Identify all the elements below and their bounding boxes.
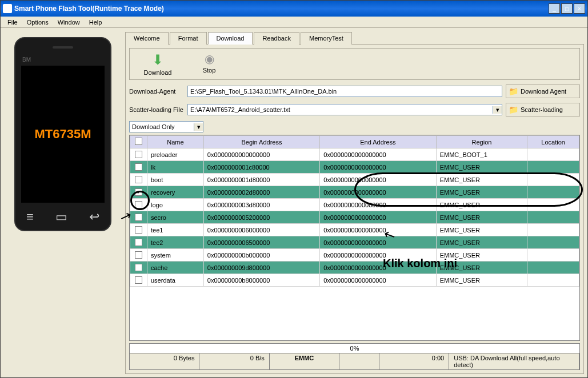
cell-loc[interactable] — [527, 249, 579, 262]
cell-region: EMMC_USER — [436, 262, 527, 274]
cell-begin: 0x0000000006000000 — [203, 224, 319, 236]
col-location[interactable]: Location — [527, 136, 579, 148]
chevron-down-icon[interactable]: ▾ — [493, 106, 502, 114]
row-checkbox[interactable] — [135, 239, 142, 246]
status-time: 0:00 — [379, 353, 449, 369]
select-all-checkbox[interactable] — [135, 138, 142, 145]
row-checkbox[interactable] — [135, 276, 142, 284]
da-browse-button[interactable]: 📁 Download Agent — [506, 85, 580, 98]
download-mode-value: Download Only — [130, 123, 194, 130]
tab-format[interactable]: Format — [170, 32, 207, 45]
cell-region: EMMC_USER — [436, 161, 527, 174]
cell-loc[interactable] — [527, 211, 579, 224]
table-row[interactable]: logo0x0000000003d800000x0000000000000000… — [130, 199, 579, 211]
tab-readback[interactable]: Readback — [254, 32, 299, 45]
cell-region: EMMC_USER — [436, 236, 527, 249]
da-label: Download-Agent — [129, 88, 184, 95]
menu-file[interactable]: File — [3, 18, 22, 27]
cell-loc[interactable] — [527, 224, 579, 236]
menu-options[interactable]: Options — [22, 18, 53, 27]
cell-region: EMMC_USER — [436, 224, 527, 236]
col-name[interactable]: Name — [147, 136, 204, 148]
cell-loc[interactable] — [527, 148, 579, 161]
row-checkbox[interactable] — [135, 163, 142, 171]
stop-icon: ◉ — [205, 52, 214, 66]
table-row[interactable]: system0x000000000b0000000x00000000000000… — [130, 249, 579, 262]
partition-table[interactable]: NameBegin AddressEnd AddressRegionLocati… — [129, 135, 580, 341]
progress-value: 0% — [350, 345, 359, 352]
cell-end: 0x0000000000000000 — [320, 148, 436, 161]
tab-welcome[interactable]: Welcome — [125, 32, 169, 45]
row-checkbox[interactable] — [135, 226, 142, 234]
cell-loc[interactable] — [527, 262, 579, 274]
table-row[interactable]: tee20x00000000065000000x0000000000000000… — [130, 236, 579, 249]
table-row[interactable]: tee10x00000000060000000x0000000000000000… — [130, 224, 579, 236]
download-mode-select[interactable]: Download Only ▾ — [129, 121, 203, 132]
cell-end: 0x0000000000000000 — [320, 236, 436, 249]
cell-begin: 0x00000000b8000000 — [203, 274, 319, 287]
menu-help[interactable]: Help — [85, 18, 107, 27]
table-row[interactable]: userdata0x00000000b80000000x000000000000… — [130, 274, 579, 287]
col-region[interactable]: Region — [436, 136, 527, 148]
row-checkbox[interactable] — [135, 151, 142, 158]
scatter-browse-label: Scatter-loading — [521, 106, 563, 113]
da-browse-label: Download Agent — [521, 88, 566, 95]
cell-end: 0x0000000000000000 — [320, 174, 436, 186]
scatter-label: Scatter-loading File — [129, 106, 184, 113]
cell-loc[interactable] — [527, 174, 579, 186]
table-row[interactable]: cache0x000000009d8000000x000000000000000… — [130, 262, 579, 274]
cell-name: cache — [147, 262, 204, 274]
chevron-down-icon[interactable]: ▾ — [194, 123, 203, 131]
row-checkbox[interactable] — [135, 201, 142, 208]
col-end-address[interactable]: End Address — [320, 136, 436, 148]
tab-memorytest[interactable]: MemoryTest — [301, 32, 352, 45]
cell-loc[interactable] — [527, 236, 579, 249]
cell-begin: 0x0000000006500000 — [203, 236, 319, 249]
cell-name: userdata — [147, 274, 204, 287]
back-icon: ↩ — [89, 210, 99, 224]
cell-begin: 0x0000000000000000 — [203, 148, 319, 161]
table-row[interactable]: lk0x0000000001c800000x0000000000000000EM… — [130, 161, 579, 174]
maximize-button[interactable]: □ — [561, 3, 573, 14]
scatter-browse-button[interactable]: 📁 Scatter-loading — [506, 103, 580, 116]
table-row[interactable]: boot0x0000000001d800000x0000000000000000… — [130, 174, 579, 186]
row-checkbox[interactable] — [135, 251, 142, 259]
row-checkbox[interactable] — [135, 214, 142, 221]
da-input[interactable] — [187, 86, 502, 97]
col-begin-address[interactable]: Begin Address — [203, 136, 319, 148]
cell-region: EMMC_USER — [436, 174, 527, 186]
row-checkbox[interactable]: ✓ — [135, 188, 142, 196]
folder-icon: 📁 — [509, 87, 518, 96]
titlebar[interactable]: ▣ Smart Phone Flash Tool(Runtime Trace M… — [1, 1, 587, 17]
menu-window[interactable]: Window — [53, 18, 85, 27]
menubar: File Options Window Help — [1, 17, 587, 28]
scatter-value: E:\A7A\MT6572_Android_scatter.txt — [188, 106, 493, 113]
folder-icon: 📁 — [509, 105, 518, 114]
close-button[interactable]: × — [574, 3, 585, 14]
phone-brand: BM — [22, 57, 31, 63]
tab-download[interactable]: Download — [208, 32, 253, 45]
status-speed: 0 B/s — [199, 353, 269, 369]
stop-button[interactable]: ◉ Stop — [183, 51, 235, 77]
row-checkbox[interactable] — [135, 264, 142, 271]
cell-loc[interactable] — [527, 161, 579, 174]
cell-loc[interactable] — [527, 199, 579, 211]
cell-end: 0x0000000000000000 — [320, 186, 436, 199]
cell-begin: 0x0000000001d80000 — [203, 174, 319, 186]
cell-end: 0x0000000000000000 — [320, 224, 436, 236]
cell-name: lk — [147, 161, 204, 174]
minimize-button[interactable]: _ — [549, 3, 560, 14]
row-checkbox[interactable] — [135, 176, 142, 183]
table-row[interactable]: secro0x00000000052000000x000000000000000… — [130, 211, 579, 224]
cell-loc[interactable] — [527, 186, 579, 199]
download-button[interactable]: ⬇ Download — [132, 51, 183, 77]
cell-loc[interactable] — [527, 274, 579, 287]
cell-end: 0x0000000000000000 — [320, 161, 436, 174]
table-row[interactable]: preloader0x00000000000000000x00000000000… — [130, 148, 579, 161]
cell-name: tee1 — [147, 224, 204, 236]
cell-name: recovery — [147, 186, 204, 199]
scatter-combo[interactable]: E:\A7A\MT6572_Android_scatter.txt ▾ — [187, 104, 502, 115]
chip-label: MT6735M — [34, 127, 91, 142]
menu-icon: ≡ — [26, 210, 34, 224]
table-row[interactable]: ✓recovery0x0000000002d800000x00000000000… — [130, 186, 579, 199]
